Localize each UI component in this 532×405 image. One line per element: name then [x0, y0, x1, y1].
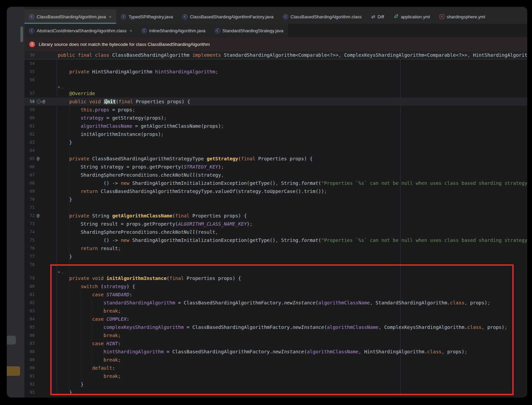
overrides-method-icon[interactable]: ↑↑	[37, 100, 41, 104]
editor-tab[interactable]: Yshardingsphere.yml	[435, 10, 490, 24]
code-line[interactable]: 89 break;	[24, 356, 527, 364]
close-tab-icon[interactable]: ×	[129, 28, 132, 33]
code-line[interactable]: 66 String strategy = props.getProperty(S…	[24, 163, 527, 171]
line-number: 81	[24, 290, 35, 299]
code-line[interactable]: 82 standardShardingAlgorithm = ClassBase…	[24, 299, 527, 307]
line-number: 66	[24, 163, 35, 171]
code-line[interactable]: 92 }	[24, 380, 527, 388]
annotation-gutter-icon[interactable]: @	[37, 212, 39, 220]
editor-tab[interactable]: ⇄Diff	[367, 10, 389, 24]
editor-tab[interactable]: CClassBasedShardingAlgorithm.java×	[24, 10, 116, 24]
tab-label: ClassBasedShardingAlgorithm.class	[290, 14, 362, 19]
code-line[interactable]: 84 case COMPLEX:	[24, 315, 527, 323]
code-text: ShardingSpherePreconditions.checkNotNull…	[58, 228, 218, 236]
tab-label: AbstractCosIdIntervalShardingAlgorithm.c…	[37, 28, 126, 33]
code-line[interactable]: 83 break;	[24, 307, 527, 315]
java-class-icon: C	[29, 28, 34, 33]
ide-window: CClassBasedShardingAlgorithm.java×CTyped…	[7, 7, 527, 398]
code-line[interactable]: 76 return result;	[24, 244, 527, 252]
code-text: ShardingSpherePreconditions.checkNotNull…	[58, 171, 224, 179]
code-line[interactable]: 58↑↑@ public void init(final Properties …	[24, 98, 527, 106]
code-text: strategy = getStrategy(props);	[58, 114, 166, 122]
code-line[interactable]: 54	[24, 59, 527, 68]
code-text: break;	[58, 372, 121, 380]
java-class-icon: C	[215, 28, 220, 33]
editor-tab[interactable]: CStandardShardingStrategy.java	[210, 24, 288, 37]
code-line[interactable]: 81 case STANDARD:	[24, 290, 527, 299]
code-line[interactable]: 68 () -> new ShardingAlgorithmInitializa…	[24, 179, 527, 187]
annotation-gutter-icon[interactable]: @	[42, 98, 45, 106]
editor-tab[interactable]: CClassBasedShardingAlgorithm.class	[278, 10, 367, 24]
line-number: 71	[24, 204, 35, 212]
code-line[interactable]: 74 ShardingSpherePreconditions.checkNotN…	[24, 228, 527, 236]
code-line[interactable]: 78	[24, 261, 527, 269]
code-line[interactable]: 93 }	[24, 388, 527, 395]
code-text: break;	[58, 307, 121, 315]
inlay-hint-row[interactable]: ❖⌄	[24, 269, 527, 274]
code-line[interactable]: 56	[24, 76, 527, 84]
code-line[interactable]: 75 () -> new ShardingAlgorithmInitializa…	[24, 236, 527, 244]
gutter-icons: @	[37, 212, 39, 220]
line-number: 92	[24, 380, 35, 388]
code-line[interactable]: 86 break;	[24, 331, 527, 339]
java-class-icon: C	[182, 14, 188, 19]
ai-inlay-icon[interactable]: ❖	[58, 270, 60, 274]
code-line[interactable]: 69 return ClassBasedShardingAlgorithmStr…	[24, 187, 527, 195]
code-line[interactable]: 57 @Override	[24, 89, 527, 98]
line-number: 60	[24, 114, 35, 122]
code-line[interactable]: 62 initAlgorithmInstance(props);	[24, 130, 527, 138]
code-line[interactable]: 65@ private ClassBasedShardingAlgorithmS…	[24, 155, 527, 163]
line-number: 62	[24, 130, 35, 138]
code-line[interactable]: 80 switch (strategy) {	[24, 282, 527, 290]
close-tab-icon[interactable]: ×	[109, 14, 112, 19]
editor-tab[interactable]: application.yml	[389, 10, 435, 24]
code-line[interactable]: 73 String result = props.getProperty(ALG…	[24, 220, 527, 228]
inlay-hint-row[interactable]: ❖⌄	[24, 84, 527, 89]
code-editor[interactable]: 5455 private HintShardingAlgorithm hintS…	[24, 59, 527, 395]
editor-tab[interactable]: CClassBasedShardingAlgorithmFactory.java	[178, 10, 278, 24]
code-line[interactable]: 64	[24, 146, 527, 155]
spring-leaf-icon	[394, 14, 398, 20]
editor-tab[interactable]: CInlineShardingAlgorithm.java	[137, 24, 210, 37]
sticky-class-declaration-line[interactable]: 38 public final class ClassBasedSharding…	[24, 51, 527, 59]
java-class-icon: C	[142, 28, 147, 33]
code-line[interactable]: 61 algorithmClassName = getAlgorithmClas…	[24, 122, 527, 130]
code-line[interactable]: 91 break;	[24, 372, 527, 380]
code-line[interactable]: 72@ private String getAlgorithmClassName…	[24, 212, 527, 220]
line-number: 54	[24, 59, 35, 68]
stripe-scrollbar-thumb[interactable]	[20, 27, 23, 42]
editor-tab[interactable]: CAbstractCosIdIntervalShardingAlgorithm.…	[24, 24, 137, 37]
code-line[interactable]: 60 strategy = getStrategy(props);	[24, 114, 527, 122]
code-line[interactable]: 59 this.props = props;	[24, 106, 527, 114]
code-line[interactable]: 88 hintShardingAlgorithm = ClassBasedSha…	[24, 348, 527, 356]
editor-tab[interactable]: CTypedSPIRegistry.java	[116, 10, 178, 24]
code-text: public void init(final Properties props)…	[58, 98, 190, 106]
code-line[interactable]: 90 default:	[24, 364, 527, 372]
java-class-icon: C	[29, 14, 34, 19]
chevron-down-icon: ⌄	[61, 86, 63, 89]
code-line[interactable]: 70 }	[24, 195, 527, 204]
code-line[interactable]: 67 ShardingSpherePreconditions.checkNotN…	[24, 171, 527, 179]
annotation-gutter-icon[interactable]: @	[37, 155, 39, 163]
code-line[interactable]: 77 }	[24, 252, 527, 261]
line-number: 65	[24, 155, 35, 163]
line-number: 78	[24, 261, 35, 269]
code-line[interactable]: 71	[24, 204, 527, 212]
banner-text: Library source does not match the byteco…	[39, 42, 210, 47]
code-text: standardShardingAlgorithm = ClassBasedSh…	[58, 299, 490, 307]
code-line[interactable]: 55 private HintShardingAlgorithm hintSha…	[24, 68, 527, 76]
line-number: 76	[24, 244, 35, 252]
tab-label: ClassBasedShardingAlgorithmFactory.java	[190, 14, 273, 19]
code-line[interactable]: 87 case HINT:	[24, 339, 527, 348]
ai-inlay-icon[interactable]: ❖	[58, 85, 60, 89]
tab-label: InlineShardingAlgorithm.java	[149, 28, 205, 33]
code-line[interactable]: 79 private void initAlgorithmInstance(fi…	[24, 274, 527, 282]
code-text: case COMPLEX:	[58, 315, 129, 323]
line-number: 67	[24, 171, 35, 179]
tab-bar-empty-space	[288, 24, 527, 37]
code-text: private void initAlgorithmInstance(final…	[58, 274, 241, 282]
code-text: initAlgorithmInstance(props);	[58, 130, 164, 138]
code-line[interactable]: 85 complexKeysShardingAlgorithm = ClassB…	[24, 323, 527, 331]
code-text: switch (strategy) {	[58, 282, 135, 290]
code-line[interactable]: 63 }	[24, 138, 527, 146]
